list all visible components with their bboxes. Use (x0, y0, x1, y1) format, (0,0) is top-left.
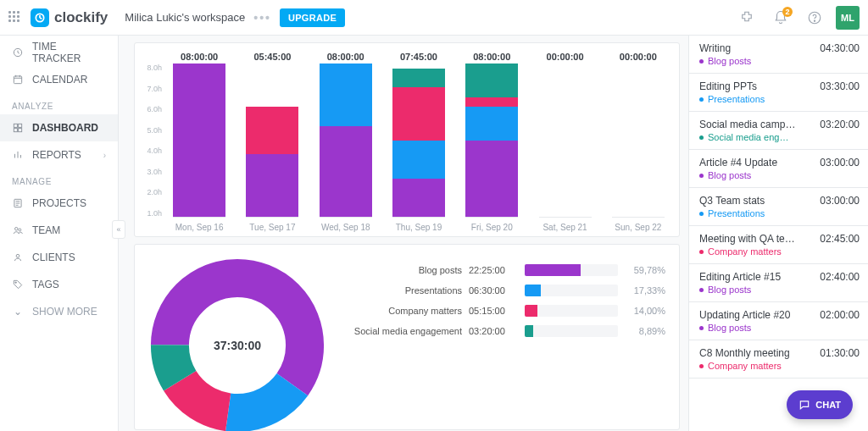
entry-duration: 01:30:00 (820, 347, 860, 359)
bar-stack (246, 64, 298, 218)
time-entry[interactable]: C8 Monthly meetingCompany matters01:30:0… (689, 340, 868, 379)
entry-title: Editing Article #15 (699, 271, 781, 283)
sidebar-collapse-button[interactable]: « (112, 220, 125, 239)
time-entry[interactable]: Meeting with QA te…Company matters02:45:… (689, 226, 868, 264)
donut-chart: 37:30:00 (148, 257, 326, 431)
topbar: clockify Milica Lukic's workspace ••• UP… (0, 0, 868, 36)
bar-x-label: Mon, Sep 16 (175, 223, 224, 232)
donut-total-label: 37:30:00 (148, 257, 326, 431)
time-entry[interactable]: Social media camp…Social media eng…03:20… (689, 112, 868, 150)
svg-rect-8 (19, 129, 22, 132)
bar-segment[interactable] (320, 64, 372, 126)
breakdown-name: Presentations (335, 285, 462, 296)
user-avatar[interactable]: ML (836, 6, 860, 30)
calendar-icon (12, 74, 24, 86)
projects-icon (12, 197, 24, 209)
sidebar-item-clients[interactable]: CLIENTS (0, 244, 118, 271)
breakdown-row[interactable]: Company matters05:15:0014,00% (335, 301, 665, 321)
entry-title: C8 Monthly meeting (699, 347, 790, 359)
bar-segment[interactable] (392, 69, 445, 88)
sidebar-item-tags[interactable]: TAGS (0, 271, 118, 298)
time-entry[interactable]: Editing Article #15Blog posts02:40:00 (689, 264, 868, 302)
bar-segment[interactable] (320, 126, 372, 217)
bar-total-label: 00:00:00 (620, 52, 657, 62)
sidebar-item-reports[interactable]: REPORTS › (0, 141, 118, 169)
brand-name: clockify (54, 9, 108, 26)
bar-stack (320, 64, 372, 218)
extension-icon[interactable] (734, 5, 760, 30)
bar-x-label: Sun, Sep 22 (615, 223, 661, 232)
breakdown-row[interactable]: Social media engagement03:20:008,89% (335, 321, 665, 341)
bar-segment[interactable] (392, 141, 445, 179)
chat-label: CHAT (815, 400, 841, 410)
bar-column: 00:00:00Sun, Sep 22 (611, 52, 665, 235)
time-entry[interactable]: Article #4 UpdateBlog posts03:00:00 (689, 150, 868, 188)
project-color-dot (699, 326, 704, 330)
sidebar-section-manage: MANAGE (0, 169, 118, 190)
bar-total-label: 08:00:00 (181, 52, 218, 62)
time-entry[interactable]: Editing PPTsPresentations03:30:00 (689, 74, 868, 112)
entry-project: Company matters (699, 246, 795, 257)
breakdown-row[interactable]: Presentations06:30:0017,33% (335, 280, 665, 301)
entry-duration: 02:45:00 (820, 233, 860, 245)
entry-title: Editing PPTs (699, 80, 765, 92)
bar-segment[interactable] (465, 64, 518, 97)
sidebar-item-time-tracker[interactable]: TIME TRACKER (0, 39, 118, 66)
upgrade-button[interactable]: UPGRADE (280, 8, 345, 27)
bar-chart-y-axis: 8.0h7.0h6.0h5.0h4.0h3.0h2.0h1.0h (143, 52, 167, 235)
bar-x-label: Sat, Sep 21 (542, 223, 587, 232)
breakdown-pct: 59,78% (625, 265, 665, 275)
sidebar-item-label: SHOW MORE (32, 306, 97, 318)
project-color-dot (699, 174, 704, 178)
bar-column: 07:45:00Thu, Sep 19 (392, 52, 446, 235)
time-entry[interactable]: Q3 Team statsPresentations03:00:00 (689, 188, 868, 226)
entry-duration: 03:20:00 (820, 119, 860, 130)
notifications-icon[interactable]: 2 (768, 5, 793, 30)
bar-segment[interactable] (465, 107, 518, 141)
entry-duration: 02:00:00 (820, 309, 860, 321)
sidebar-item-label: REPORTS (32, 149, 81, 161)
bar-total-label: 05:45:00 (253, 52, 291, 62)
breakdown-pct: 17,33% (625, 285, 665, 296)
workspace-more-icon[interactable]: ••• (253, 11, 271, 25)
tag-icon (12, 279, 24, 290)
bar-segment[interactable] (246, 107, 298, 155)
breakdown-pct: 14,00% (625, 306, 665, 316)
bar-x-label: Fri, Sep 20 (471, 223, 513, 232)
brand-logo[interactable]: clockify (31, 8, 108, 27)
bar-total-label: 08:00:00 (327, 52, 364, 62)
entry-title: Article #4 Update (699, 157, 777, 169)
chat-button[interactable]: CHAT (787, 390, 853, 419)
team-icon (12, 224, 24, 236)
svg-rect-4 (14, 76, 21, 84)
entry-title: Updating Article #20 (699, 309, 790, 321)
bar-segment[interactable] (173, 64, 225, 217)
bar-stack (539, 64, 592, 218)
bar-segment[interactable] (246, 154, 298, 217)
breakdown-row[interactable]: Blog posts22:25:0059,78% (335, 260, 665, 280)
sidebar-item-label: CLIENTS (32, 251, 75, 263)
sidebar-item-projects[interactable]: PROJECTS (0, 190, 118, 217)
project-color-dot (699, 59, 704, 64)
sidebar-item-dashboard[interactable]: DASHBOARD (0, 114, 118, 141)
help-icon[interactable] (802, 5, 827, 30)
entry-duration: 03:00:00 (820, 157, 860, 169)
breakdown-time: 06:30:00 (469, 285, 518, 296)
apps-grid-icon[interactable] (8, 11, 22, 25)
bar-x-label: Wed, Sep 18 (321, 223, 370, 232)
recent-entries-panel: WritingBlog posts04:30:00Editing PPTsPre… (688, 36, 868, 431)
sidebar-section-analyze: ANALYZE (0, 93, 118, 114)
time-entry[interactable]: WritingBlog posts04:30:00 (689, 36, 868, 74)
chevron-right-icon: › (103, 151, 106, 160)
time-entry[interactable]: Updating Article #20Blog posts02:00:00 (689, 302, 868, 340)
bar-segment[interactable] (465, 97, 518, 107)
bar-segment[interactable] (465, 141, 518, 218)
sidebar-show-more[interactable]: ⌄ SHOW MORE (0, 298, 118, 325)
sidebar-item-calendar[interactable]: CALENDAR (0, 66, 118, 93)
workspace-name[interactable]: Milica Lukic's workspace (125, 11, 245, 24)
bar-segment[interactable] (392, 87, 445, 140)
entry-project: Blog posts (699, 323, 790, 333)
bar-segment[interactable] (392, 179, 445, 217)
entry-title: Q3 Team stats (699, 195, 765, 207)
sidebar-item-team[interactable]: TEAM (0, 217, 118, 244)
